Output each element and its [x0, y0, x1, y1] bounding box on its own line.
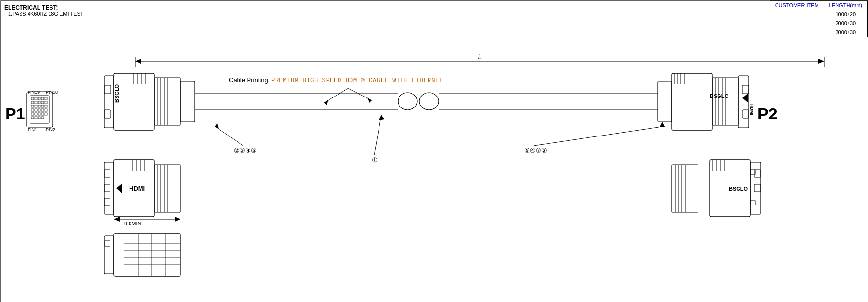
svg-rect-34	[35, 117, 37, 119]
svg-rect-23	[31, 109, 34, 111]
svg-rect-112	[754, 184, 761, 192]
pin2-label: PIN2	[46, 127, 55, 132]
svg-line-78	[374, 115, 381, 155]
main-container: ELECTRICAL TEST: 1.PASS 4K60HZ 18G EMI T…	[0, 0, 868, 302]
svg-rect-70	[742, 85, 749, 94]
svg-rect-21	[41, 105, 44, 107]
svg-marker-81	[660, 122, 665, 127]
svg-rect-32	[45, 113, 47, 115]
svg-point-53	[398, 93, 417, 110]
svg-rect-36	[41, 117, 44, 119]
svg-rect-25	[38, 109, 40, 111]
svg-rect-8	[31, 97, 34, 100]
svg-rect-100	[104, 236, 114, 274]
svg-rect-58	[672, 73, 712, 130]
svg-marker-2	[135, 59, 141, 64]
svg-marker-75	[324, 99, 328, 105]
hdmi-text-right: HDMI	[749, 104, 754, 115]
svg-rect-84	[104, 184, 110, 192]
svg-rect-16	[41, 101, 44, 104]
p2-label: P2	[758, 105, 778, 123]
svg-marker-79	[379, 115, 384, 120]
svg-rect-15	[38, 101, 40, 104]
svg-rect-26	[41, 109, 44, 111]
svg-marker-73	[367, 98, 372, 103]
svg-rect-57	[658, 81, 672, 122]
svg-rect-85	[104, 198, 110, 206]
svg-rect-10	[38, 97, 40, 100]
svg-rect-22	[45, 105, 47, 107]
dimension-l-label: L	[478, 53, 482, 61]
svg-rect-29	[35, 113, 37, 115]
annotation-right: ⑤④③②	[524, 147, 547, 154]
annotation-center: ①	[372, 156, 378, 164]
svg-line-76	[215, 127, 243, 146]
svg-rect-12	[45, 97, 47, 100]
bsglo-right-side: BSGLO	[729, 186, 748, 192]
svg-rect-17	[45, 101, 47, 104]
svg-rect-101	[104, 241, 110, 246]
svg-rect-9	[35, 97, 37, 100]
svg-marker-99	[175, 217, 180, 222]
pin18-label: PIN18	[46, 90, 58, 95]
svg-point-54	[419, 93, 439, 110]
svg-rect-31	[41, 113, 44, 115]
svg-rect-48	[180, 81, 195, 122]
svg-rect-37	[104, 76, 114, 128]
cable-printing-label: Cable Printing: PREMIUM HIGH SPEED HDMI®…	[229, 77, 443, 84]
p1-label: P1	[5, 105, 25, 123]
annotation-left: ②③④⑤	[234, 147, 257, 154]
svg-rect-83	[104, 170, 110, 177]
svg-rect-14	[35, 101, 37, 104]
svg-line-74	[324, 88, 348, 103]
svg-rect-20	[38, 105, 40, 107]
svg-rect-124	[750, 200, 755, 205]
nine-min-label: 9.0MIN	[124, 221, 141, 226]
svg-marker-87	[116, 184, 122, 193]
bsglo-text-right: BSGLO	[710, 93, 729, 99]
svg-rect-50	[104, 110, 111, 118]
svg-marker-98	[114, 217, 120, 222]
pin19-label: PIN19	[28, 90, 40, 95]
svg-rect-35	[38, 117, 40, 119]
pin1-label: PIN1	[28, 127, 37, 132]
svg-rect-0	[1, 1, 868, 302]
svg-rect-102	[114, 234, 180, 276]
svg-rect-27	[45, 109, 47, 111]
hdmi-text-left-side: HDMI	[129, 185, 145, 192]
svg-rect-19	[35, 105, 37, 107]
svg-rect-24	[35, 109, 37, 111]
svg-rect-28	[31, 113, 34, 115]
svg-rect-13	[31, 101, 34, 104]
bsglo-text-left: BSGLO	[114, 84, 120, 103]
cable-drawing-svg: L	[0, 0, 868, 302]
svg-marker-3	[818, 59, 824, 64]
svg-marker-69	[742, 93, 748, 103]
svg-rect-11	[41, 97, 44, 100]
svg-line-80	[534, 127, 665, 146]
svg-rect-49	[104, 85, 111, 94]
svg-rect-71	[742, 110, 749, 118]
svg-rect-33	[31, 117, 34, 119]
svg-rect-30	[38, 113, 40, 115]
svg-rect-18	[31, 105, 34, 107]
